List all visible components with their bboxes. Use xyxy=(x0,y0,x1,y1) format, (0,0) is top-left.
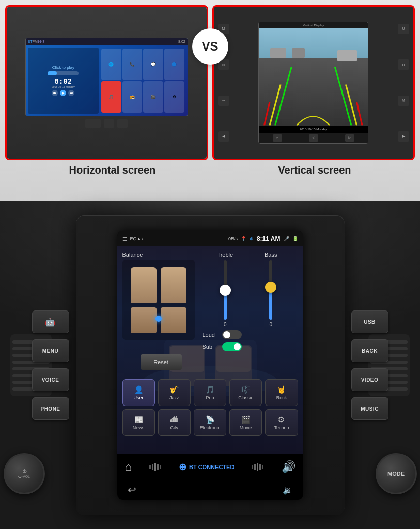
eq-content: Balance xyxy=(117,246,303,454)
svg-line-2 xyxy=(270,85,281,126)
svg-line-4 xyxy=(265,102,270,126)
menu-icon: ☰ xyxy=(122,236,127,242)
vertical-label: Vertical screen xyxy=(278,164,351,176)
genre-movie-button[interactable]: 🎬 Movie xyxy=(229,409,262,436)
stereo-unit: 🤖 MENU VOICE PHONE USB BACK VIDEO xyxy=(76,215,345,515)
screen-labels-row: Horizontal screen Vertical screen xyxy=(0,160,420,180)
loud-toggle[interactable] xyxy=(222,330,242,339)
android-button[interactable]: 🤖 xyxy=(32,310,69,333)
sub-toggle-row: Sub xyxy=(203,342,294,351)
genre-city-button[interactable]: 🏙 City xyxy=(158,409,191,436)
android-icon: 🤖 xyxy=(45,317,56,327)
left-side-buttons: 🤖 MENU VOICE PHONE xyxy=(32,310,69,420)
reset-button[interactable]: Reset xyxy=(141,354,182,370)
sub-toggle[interactable] xyxy=(222,342,242,351)
audio-level-left xyxy=(149,463,161,471)
svg-line-3 xyxy=(346,85,357,126)
horizontal-label: Horizontal screen xyxy=(69,164,155,176)
back-nav-bar: ↩ 🔉 xyxy=(117,480,303,500)
treble-label: Treble xyxy=(212,252,238,258)
genre-techno-button[interactable]: ⚙ Techno xyxy=(265,409,298,436)
vertical-touchscreen[interactable]: ☰ EQ▲♪ 0B/s 📍 ⊕ 8:11 AM 🎤 🔋 xyxy=(117,231,303,500)
back-button[interactable]: BACK xyxy=(351,339,388,362)
genre-news-button[interactable]: 📰 News xyxy=(122,409,155,436)
audio-level-right xyxy=(252,463,263,471)
loud-label: Loud xyxy=(203,332,218,338)
loud-toggle-row: Loud xyxy=(203,330,294,339)
bass-label: Bass xyxy=(258,252,284,258)
bluetooth-icon: ⊕ xyxy=(179,461,186,473)
user-genre-icon: 👤 xyxy=(134,385,143,394)
eq-label: EQ▲♪ xyxy=(130,236,144,241)
bass-value: 0 xyxy=(269,322,272,328)
vs-badge: VS xyxy=(192,28,228,65)
battery-icon: 🔋 xyxy=(292,236,298,241)
mic-icon: 🎤 xyxy=(284,236,289,241)
genre-row-1: 👤 User 🎷 Jazz 🎵 Pop 🎼 xyxy=(122,379,298,406)
volume-down-icon[interactable]: 🔉 xyxy=(283,485,293,495)
car-stereo-section: 🤖 MENU VOICE PHONE USB BACK VIDEO xyxy=(0,201,420,529)
vertical-display: Vertical Display xyxy=(258,22,368,143)
location-icon: 📍 xyxy=(241,236,246,241)
volume-icon[interactable]: 🔊 xyxy=(282,460,295,474)
techno-genre-icon: ⚙ xyxy=(278,415,285,424)
bluetooth-status-icon: ⊕ xyxy=(250,236,254,241)
treble-value: 0 xyxy=(224,322,227,328)
balance-label: Balance xyxy=(122,252,197,258)
music-button[interactable]: MUSIC xyxy=(351,397,388,420)
horizontal-display: BT FM 99.7 8:02 Click to play 8:02 xyxy=(25,38,188,117)
pop-genre-icon: 🎵 xyxy=(206,385,214,394)
right-side-buttons: USB BACK VIDEO MUSIC xyxy=(351,310,388,420)
menu-button[interactable]: MENU xyxy=(32,339,69,362)
phone-button[interactable]: PHONE xyxy=(32,397,69,420)
jazz-genre-icon: 🎷 xyxy=(170,385,179,394)
bt-connected-status: ⊕ BT CONNECTED xyxy=(179,461,234,473)
news-genre-icon: 📰 xyxy=(134,415,143,424)
genre-jazz-button[interactable]: 🎷 Jazz xyxy=(158,379,191,406)
usb-button[interactable]: USB xyxy=(351,310,388,333)
genre-pop-button[interactable]: 🎵 Pop xyxy=(194,379,226,406)
home-icon[interactable]: ⌂ xyxy=(125,460,132,474)
mode-knob[interactable]: MODE xyxy=(376,453,417,494)
volume-knob[interactable]: ⏻ ⏻·VOL xyxy=(4,453,45,494)
video-button[interactable]: VIDEO xyxy=(351,368,388,391)
genre-classic-button[interactable]: 🎼 Classic xyxy=(229,379,262,406)
city-genre-icon: 🏙 xyxy=(170,415,178,424)
genre-rock-button[interactable]: 🤘 Rock xyxy=(265,379,298,406)
genre-user-button[interactable]: 👤 User xyxy=(122,379,155,406)
bass-slider[interactable]: 0 xyxy=(269,260,272,328)
comparison-section: BT FM 99.7 8:02 Click to play 8:02 xyxy=(0,0,420,201)
voice-button[interactable]: VOICE xyxy=(32,368,69,391)
data-speed: 0B/s xyxy=(228,236,238,241)
treble-slider[interactable]: 0 xyxy=(224,260,227,328)
eq-overlay: Balance xyxy=(122,252,298,449)
sub-label: Sub xyxy=(203,344,218,350)
horizontal-screen-panel: BT FM 99.7 8:02 Click to play 8:02 xyxy=(5,5,208,160)
navigation-bar: ⌂ ⊕ BT CONNECTED xyxy=(117,454,303,480)
vertical-screen-panel: M N ↩ ◀ U B M ▶ Vertical Display xyxy=(212,5,415,160)
back-nav-icon[interactable]: ↩ xyxy=(128,484,136,496)
classic-genre-icon: 🎼 xyxy=(241,385,250,394)
svg-line-5 xyxy=(357,102,363,126)
movie-genre-icon: 🎬 xyxy=(241,415,250,424)
genre-row-2: 📰 News 🏙 City 📡 Electronic 🎬 xyxy=(122,409,298,436)
rock-genre-icon: 🤘 xyxy=(277,385,286,394)
electronic-genre-icon: 📡 xyxy=(206,415,214,424)
genre-electronic-button[interactable]: 📡 Electronic xyxy=(194,409,226,436)
status-time: 8:11 AM xyxy=(257,235,281,242)
status-bar: ☰ EQ▲♪ 0B/s 📍 ⊕ 8:11 AM 🎤 🔋 xyxy=(117,231,303,246)
